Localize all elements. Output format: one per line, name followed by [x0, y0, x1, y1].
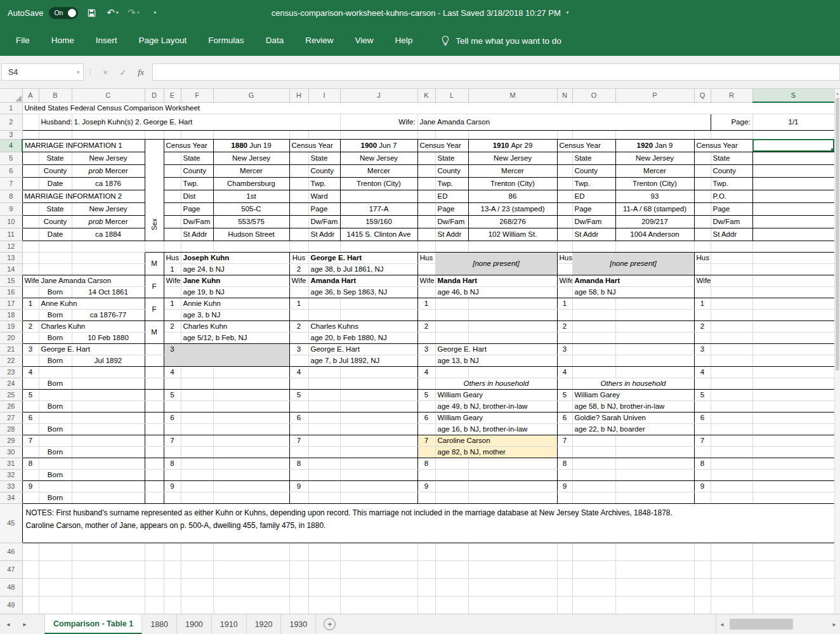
cell-Q8[interactable] [694, 190, 711, 202]
cell-F14[interactable]: age 24, b NJ [181, 263, 289, 275]
cell-P21[interactable] [615, 343, 694, 355]
cell-H23[interactable]: 4 [289, 366, 308, 378]
cell-A33[interactable]: 9 [22, 480, 39, 492]
cell-R24[interactable] [711, 378, 752, 389]
cell-N27[interactable]: 6 [557, 412, 572, 423]
cell-C27[interactable] [72, 412, 145, 423]
cell-A11[interactable] [22, 228, 39, 241]
cell-A12[interactable] [22, 241, 39, 252]
col-header-R[interactable]: R [711, 89, 752, 102]
row-header-34[interactable]: 34 [0, 492, 22, 503]
row-header-46[interactable]: 46 [0, 543, 22, 560]
cell-K25[interactable]: 5 [417, 389, 435, 400]
sheet-tab-1920[interactable]: 1920 [247, 614, 282, 634]
cell-R28[interactable] [711, 423, 752, 435]
cell-K18[interactable] [417, 309, 435, 320]
cell-J3[interactable] [340, 130, 417, 139]
cell-N22[interactable] [557, 355, 572, 366]
cell-H17[interactable]: 1 [289, 298, 308, 309]
cell-C33[interactable] [72, 480, 145, 492]
cell-Q6[interactable] [694, 164, 711, 177]
vertical-scroll-thumb[interactable] [836, 98, 839, 371]
cell-Q10[interactable] [694, 215, 711, 228]
cell-J34[interactable] [340, 492, 417, 503]
cell-R5[interactable]: State [711, 152, 752, 164]
cell-D46[interactable] [145, 543, 164, 560]
cell-O15[interactable]: Amanda Hart [572, 275, 694, 286]
cell-O22[interactable] [572, 355, 615, 366]
cell-G27[interactable] [213, 412, 289, 423]
cell-H33[interactable]: 9 [289, 480, 308, 492]
cell-D25[interactable] [145, 389, 164, 400]
cell-A29[interactable]: 7 [22, 435, 39, 446]
cell-N11[interactable] [557, 228, 572, 241]
insert-function-button[interactable]: fx [132, 63, 150, 81]
cell-S27[interactable] [752, 412, 834, 423]
cell-M5[interactable]: New Jersey [468, 152, 557, 164]
cell-O9[interactable]: Page [572, 202, 615, 215]
cell-G48[interactable] [213, 578, 289, 596]
cell-D49[interactable] [145, 596, 164, 614]
cell-K21[interactable]: 3 [417, 343, 435, 355]
col-header-Q[interactable]: Q [694, 89, 711, 102]
cell-B25[interactable] [39, 389, 72, 400]
row-header-31[interactable]: 31 [0, 458, 22, 469]
redo-button[interactable]: ↷ ▾ [126, 4, 141, 22]
cell-G6[interactable]: Mercer [213, 164, 289, 177]
cell-Q13[interactable]: Hus [694, 252, 711, 263]
cell-N20[interactable] [557, 332, 572, 343]
cell-F3[interactable] [181, 130, 213, 139]
cell-B19[interactable]: Charles Kuhn [39, 320, 145, 332]
cell-Q17[interactable]: 1 [694, 298, 711, 309]
cell-A8[interactable]: MARRIAGE INFORMATION 2 [22, 190, 145, 202]
cell-H24[interactable] [289, 378, 308, 389]
cell-K48[interactable] [417, 578, 435, 596]
row-header-25[interactable]: 25 [0, 389, 22, 400]
cell-O32[interactable] [572, 469, 615, 480]
cell-N32[interactable] [557, 469, 572, 480]
cell-O3[interactable] [572, 130, 615, 139]
cell-N15[interactable]: Wife [557, 275, 572, 286]
cell-K46[interactable] [417, 543, 435, 560]
cell-B5[interactable]: State [39, 152, 72, 164]
cell-B47[interactable] [39, 560, 72, 578]
cell-C47[interactable] [72, 560, 145, 578]
cell-M46[interactable] [468, 543, 557, 560]
cell-C46[interactable] [72, 543, 145, 560]
row-header-17[interactable]: 17 [0, 298, 22, 309]
cell-H47[interactable] [289, 560, 308, 578]
cell-R14[interactable] [711, 263, 752, 275]
cell-P7[interactable]: Trenton (City) [615, 177, 694, 190]
cell-P6[interactable]: Mercer [615, 164, 694, 177]
sheet-tab-1930[interactable]: 1930 [281, 614, 316, 634]
cell-K9[interactable] [417, 202, 435, 215]
cell-R27[interactable] [711, 412, 752, 423]
cell-L19[interactable] [435, 320, 468, 332]
cell-I47[interactable] [308, 560, 340, 578]
cell-N46[interactable] [557, 543, 572, 560]
cell-G33[interactable] [213, 480, 289, 492]
cell-C26[interactable] [72, 400, 145, 412]
cell-K14[interactable] [417, 263, 435, 275]
cell-L34[interactable] [435, 492, 468, 503]
cell-O33[interactable] [572, 480, 615, 492]
cell-Q49[interactable] [694, 596, 711, 614]
cell-Q24[interactable] [694, 378, 711, 389]
cell-I31[interactable] [308, 458, 340, 469]
cell-P19[interactable] [615, 320, 694, 332]
cell-O13[interactable]: [none present] [572, 252, 694, 275]
cell-A13[interactable] [22, 252, 39, 263]
scroll-left-icon[interactable]: ◂ [716, 621, 728, 628]
cell-S49[interactable] [752, 596, 834, 614]
row-header-30[interactable]: 30 [0, 446, 22, 458]
cell-G12[interactable] [213, 241, 289, 252]
cell-G31[interactable] [213, 458, 289, 469]
cell-B33[interactable] [39, 480, 72, 492]
cell-R49[interactable] [711, 596, 752, 614]
col-header-J[interactable]: J [340, 89, 417, 102]
name-box-dropdown-icon[interactable]: ▾ [77, 70, 79, 75]
cell-A34[interactable] [22, 492, 39, 503]
cell-S13[interactable] [752, 252, 834, 263]
cell-S33[interactable] [752, 480, 834, 492]
col-header-I[interactable]: I [308, 89, 340, 102]
